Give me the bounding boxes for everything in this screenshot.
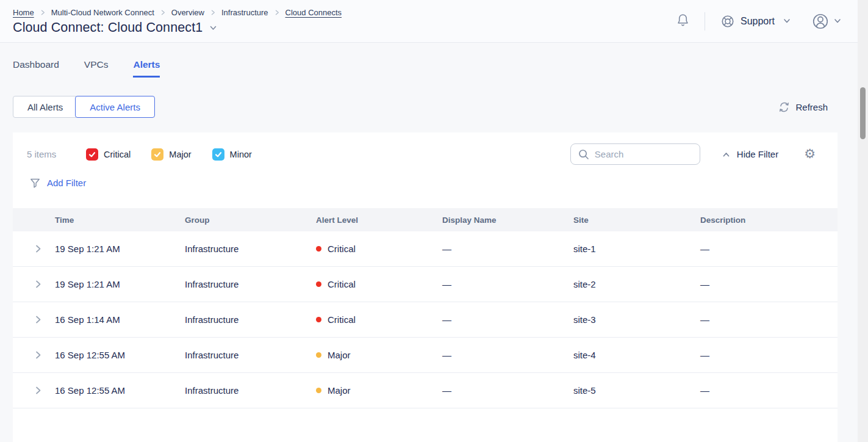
search-box: [570, 143, 700, 165]
checkbox-checked-icon[interactable]: [86, 148, 98, 161]
refresh-button[interactable]: Refresh: [778, 101, 828, 113]
cell-description: —: [700, 385, 838, 396]
checkbox-label: Critical: [104, 150, 131, 159]
support-label: Support: [741, 16, 775, 27]
title-dropdown-chevron-icon[interactable]: [209, 25, 217, 31]
critical-dot-icon: [316, 281, 321, 287]
all-alerts-button[interactable]: All Alerts: [13, 96, 77, 118]
row-expand-icon[interactable]: [33, 350, 43, 360]
divider: [705, 12, 705, 31]
cell-group: Infrastructure: [185, 279, 316, 289]
checkbox-label: Minor: [230, 150, 252, 159]
tab-alerts[interactable]: Alerts: [133, 59, 160, 78]
column-header-site: Site: [573, 216, 700, 225]
chevron-right-icon: [160, 9, 166, 16]
checkbox-checked-icon[interactable]: [151, 148, 163, 161]
cell-group: Infrastructure: [185, 350, 316, 360]
alerts-scope-segmented-control: All Alerts Active Alerts: [13, 96, 155, 118]
cell-alert-level: Critical: [316, 244, 442, 254]
refresh-label: Refresh: [795, 102, 828, 112]
account-menu[interactable]: [811, 12, 841, 31]
major-dot-icon: [316, 352, 321, 358]
cell-description: —: [700, 350, 838, 360]
cell-site: site-3: [573, 314, 700, 325]
tab-bar: Dashboard VPCs Alerts: [13, 59, 838, 78]
bell-icon: [675, 13, 690, 29]
support-menu[interactable]: Support: [720, 14, 791, 29]
cell-display-name: —: [442, 385, 573, 396]
active-alerts-button[interactable]: Active Alerts: [75, 96, 155, 118]
row-expand-icon[interactable]: [33, 385, 43, 396]
critical-dot-icon: [316, 317, 321, 322]
tab-dashboard[interactable]: Dashboard: [13, 59, 59, 78]
row-expand-icon[interactable]: [33, 279, 43, 289]
checkbox-checked-icon[interactable]: [212, 148, 224, 161]
cell-group: Infrastructure: [185, 385, 316, 396]
checkbox-label: Major: [169, 150, 191, 159]
actions-row: All Alerts Active Alerts Refresh: [13, 96, 838, 118]
breadcrumb-cloud-connects[interactable]: Cloud Connects: [285, 8, 342, 17]
column-header-group: Group: [185, 216, 316, 225]
chevron-right-icon: [274, 9, 280, 16]
table-row[interactable]: 19 Sep 1:21 AM Infrastructure Critical —…: [13, 267, 838, 302]
vertical-scrollbar-track[interactable]: [858, 0, 868, 442]
column-header-display-name: Display Name: [442, 216, 573, 225]
cell-time: 19 Sep 1:21 AM: [55, 244, 185, 254]
critical-dot-icon: [316, 246, 321, 252]
cell-alert-level: Major: [316, 385, 442, 396]
hide-filter-button[interactable]: Hide Filter: [722, 149, 778, 159]
notifications-button[interactable]: [675, 13, 690, 29]
tab-vpcs[interactable]: VPCs: [84, 59, 109, 78]
cell-time: 16 Sep 12:55 AM: [55, 385, 185, 396]
chevron-right-icon: [40, 9, 46, 16]
chevron-up-icon: [722, 151, 730, 158]
main-content: Dashboard VPCs Alerts All Alerts Active …: [13, 43, 838, 442]
cell-site: site-4: [573, 350, 700, 360]
refresh-icon: [778, 101, 790, 113]
table-row[interactable]: 16 Sep 1:14 AM Infrastructure Critical —…: [13, 302, 838, 338]
breadcrumb: Home Multi-Cloud Network Connect Overvie…: [13, 8, 342, 17]
cell-alert-level: Critical: [316, 314, 442, 325]
gear-icon: ⚙: [804, 147, 816, 161]
page: Home Multi-Cloud Network Connect Overvie…: [0, 0, 868, 442]
user-avatar-icon: [811, 12, 830, 31]
column-header-alert-level: Alert Level: [316, 216, 442, 225]
cell-display-name: —: [442, 279, 573, 289]
filter-checkbox-major[interactable]: Major: [151, 148, 191, 161]
column-header-description: Description: [700, 216, 838, 225]
filter-bar: 5 items Critical Major Minor: [27, 143, 816, 165]
add-filter-row: Add Filter: [29, 176, 838, 189]
row-expand-icon[interactable]: [33, 314, 43, 325]
add-filter-button[interactable]: Add Filter: [29, 177, 86, 189]
breadcrumb-home[interactable]: Home: [13, 8, 34, 17]
breadcrumb-infrastructure[interactable]: Infrastructure: [221, 8, 268, 17]
items-count: 5 items: [27, 149, 86, 159]
cell-display-name: —: [442, 350, 573, 360]
cell-alert-level: Critical: [316, 279, 442, 289]
filter-checkbox-critical[interactable]: Critical: [86, 148, 131, 161]
major-dot-icon: [316, 388, 321, 393]
table-row[interactable]: 16 Sep 12:55 AM Infrastructure Major — s…: [13, 373, 838, 408]
cell-time: 16 Sep 12:55 AM: [55, 350, 185, 360]
cell-display-name: —: [442, 314, 573, 325]
cell-time: 19 Sep 1:21 AM: [55, 279, 185, 289]
row-expand-icon[interactable]: [33, 244, 43, 254]
cell-group: Infrastructure: [185, 314, 316, 325]
table-row[interactable]: 16 Sep 12:55 AM Infrastructure Major — s…: [13, 338, 838, 373]
top-bar-left: Home Multi-Cloud Network Connect Overvie…: [13, 7, 342, 35]
cell-site: site-2: [573, 279, 700, 289]
breadcrumb-mcn-connect[interactable]: Multi-Cloud Network Connect: [51, 8, 154, 17]
table-header-row: Time Group Alert Level Display Name Site…: [13, 208, 838, 231]
filter-checkbox-minor[interactable]: Minor: [212, 148, 252, 161]
table-row[interactable]: 19 Sep 1:21 AM Infrastructure Critical —…: [13, 231, 838, 267]
cell-description: —: [700, 314, 838, 325]
search-icon: [578, 148, 590, 161]
search-input[interactable]: [595, 149, 694, 159]
table-settings-button[interactable]: ⚙: [804, 148, 816, 161]
vertical-scrollbar-thumb[interactable]: [860, 87, 866, 139]
cell-description: —: [700, 279, 838, 289]
top-bar-right: Support: [675, 12, 841, 31]
breadcrumb-overview[interactable]: Overview: [171, 8, 204, 17]
alerts-panel: 5 items Critical Major Minor: [13, 132, 838, 442]
chevron-right-icon: [210, 9, 216, 16]
